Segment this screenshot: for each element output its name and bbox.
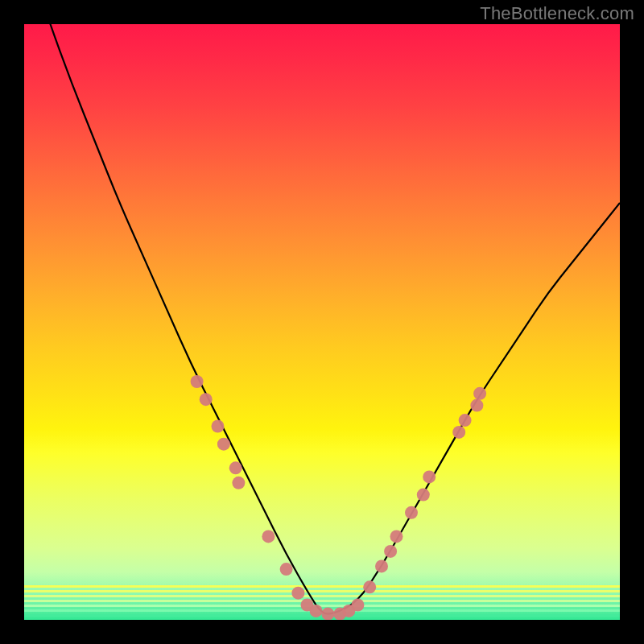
data-dot: [217, 438, 230, 451]
data-dot: [473, 387, 486, 400]
dots-group: [191, 375, 486, 620]
data-dot: [363, 580, 376, 593]
data-dot: [423, 470, 436, 483]
data-dot: [191, 375, 204, 388]
data-dot: [229, 461, 242, 474]
data-dot: [232, 477, 245, 489]
data-dot: [405, 506, 418, 519]
data-dot: [310, 605, 323, 617]
data-dot: [321, 608, 334, 620]
data-dot: [459, 414, 472, 427]
data-dot: [384, 545, 397, 558]
data-dot: [291, 587, 304, 600]
data-dot: [417, 489, 430, 502]
data-dot: [470, 399, 483, 412]
data-dot: [212, 420, 225, 433]
data-dot: [452, 426, 465, 439]
data-dot: [280, 563, 293, 576]
chart-svg: [24, 24, 620, 620]
chart-container: TheBottleneck.com: [0, 0, 644, 644]
plot-area: [24, 24, 620, 620]
data-dot: [262, 530, 275, 543]
watermark-text: TheBottleneck.com: [480, 3, 634, 24]
curve-line: [24, 24, 620, 614]
data-dot: [351, 599, 364, 612]
data-dot: [200, 393, 213, 406]
data-dot: [375, 559, 388, 572]
data-dot: [390, 530, 403, 543]
